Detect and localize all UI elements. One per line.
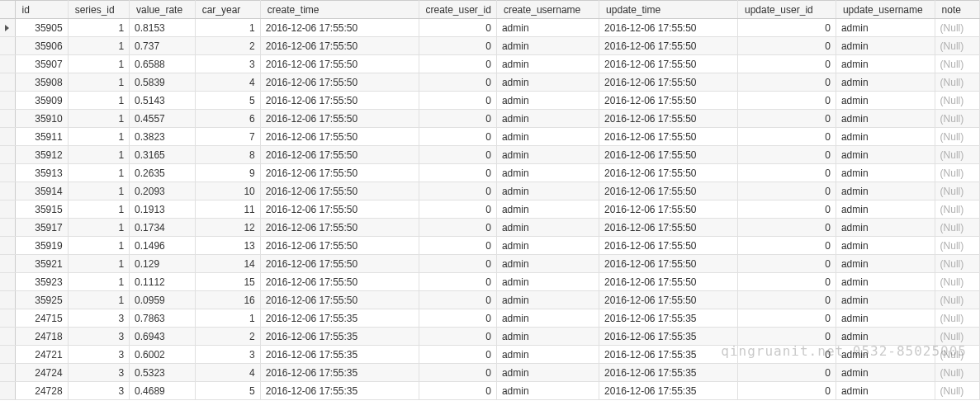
cell-car_year[interactable]: 9 [195, 164, 260, 182]
cell-car_year[interactable]: 6 [195, 110, 260, 128]
cell-value_rate[interactable]: 0.1496 [130, 237, 196, 255]
cell-series_id[interactable]: 1 [68, 128, 129, 146]
cell-update_time[interactable]: 2016-12-06 17:55:50 [599, 146, 738, 164]
cell-create_username[interactable]: admin [496, 19, 599, 37]
cell-create_time[interactable]: 2016-12-06 17:55:50 [260, 164, 419, 182]
cell-update_username[interactable]: admin [836, 328, 935, 346]
cell-value_rate[interactable]: 0.5143 [130, 92, 196, 110]
row-gutter[interactable] [0, 382, 15, 400]
cell-create_username[interactable]: admin [496, 164, 599, 182]
table-row[interactable]: 3591210.316582016-12-06 17:55:500admin20… [0, 146, 980, 164]
cell-car_year[interactable]: 11 [195, 200, 260, 219]
cell-update_username[interactable]: admin [836, 382, 935, 400]
cell-id[interactable]: 35919 [15, 237, 68, 255]
cell-value_rate[interactable]: 0.6002 [130, 346, 196, 364]
row-gutter[interactable] [0, 128, 15, 146]
cell-create_time[interactable]: 2016-12-06 17:55:50 [260, 146, 419, 164]
cell-create_username[interactable]: admin [496, 328, 599, 346]
cell-update_user_id[interactable]: 0 [737, 55, 836, 73]
cell-car_year[interactable]: 2 [195, 37, 260, 55]
cell-note[interactable]: (Null) [935, 19, 979, 37]
cell-update_time[interactable]: 2016-12-06 17:55:35 [599, 382, 738, 400]
cell-update_time[interactable]: 2016-12-06 17:55:50 [599, 37, 738, 55]
row-gutter[interactable] [0, 146, 15, 164]
cell-car_year[interactable]: 14 [195, 255, 260, 273]
cell-create_time[interactable]: 2016-12-06 17:55:50 [260, 237, 419, 255]
cell-update_username[interactable]: admin [836, 237, 935, 255]
cell-create_time[interactable]: 2016-12-06 17:55:50 [260, 19, 419, 37]
cell-car_year[interactable]: 12 [195, 219, 260, 237]
cell-car_year[interactable]: 15 [195, 273, 260, 291]
cell-update_time[interactable]: 2016-12-06 17:55:50 [599, 110, 738, 128]
cell-update_user_id[interactable]: 0 [737, 346, 836, 364]
cell-note[interactable]: (Null) [935, 146, 979, 164]
cell-create_user_id[interactable]: 0 [419, 237, 496, 255]
cell-id[interactable]: 35917 [15, 219, 68, 237]
cell-create_time[interactable]: 2016-12-06 17:55:50 [260, 273, 419, 291]
cell-update_time[interactable]: 2016-12-06 17:55:50 [599, 73, 738, 92]
cell-series_id[interactable]: 1 [68, 55, 129, 73]
cell-create_username[interactable]: admin [496, 346, 599, 364]
cell-note[interactable]: (Null) [935, 73, 979, 92]
row-gutter[interactable] [0, 273, 15, 291]
cell-id[interactable]: 35910 [15, 110, 68, 128]
cell-note[interactable]: (Null) [935, 110, 979, 128]
cell-create_user_id[interactable]: 0 [419, 182, 496, 200]
cell-series_id[interactable]: 1 [68, 110, 129, 128]
column-header-update_user_id[interactable]: update_user_id [737, 1, 836, 19]
cell-create_time[interactable]: 2016-12-06 17:55:50 [260, 291, 419, 309]
cell-update_time[interactable]: 2016-12-06 17:55:35 [599, 346, 738, 364]
cell-create_user_id[interactable]: 0 [419, 328, 496, 346]
cell-value_rate[interactable]: 0.0959 [130, 291, 196, 309]
cell-car_year[interactable]: 4 [195, 364, 260, 382]
cell-car_year[interactable]: 7 [195, 128, 260, 146]
cell-create_username[interactable]: admin [496, 37, 599, 55]
cell-create_user_id[interactable]: 0 [419, 255, 496, 273]
cell-car_year[interactable]: 1 [195, 19, 260, 37]
table-row[interactable]: 3591510.1913112016-12-06 17:55:500admin2… [0, 200, 980, 219]
cell-update_user_id[interactable]: 0 [737, 73, 836, 92]
column-header-car_year[interactable]: car_year [195, 1, 260, 19]
table-row[interactable]: 3591410.2093102016-12-06 17:55:500admin2… [0, 182, 980, 200]
table-row[interactable]: 3592110.129142016-12-06 17:55:500admin20… [0, 255, 980, 273]
cell-id[interactable]: 35914 [15, 182, 68, 200]
cell-series_id[interactable]: 1 [68, 146, 129, 164]
cell-create_user_id[interactable]: 0 [419, 219, 496, 237]
cell-update_user_id[interactable]: 0 [737, 110, 836, 128]
cell-update_time[interactable]: 2016-12-06 17:55:50 [599, 19, 738, 37]
cell-value_rate[interactable]: 0.1913 [130, 200, 196, 219]
cell-update_time[interactable]: 2016-12-06 17:55:50 [599, 273, 738, 291]
cell-create_time[interactable]: 2016-12-06 17:55:50 [260, 92, 419, 110]
row-gutter[interactable] [0, 37, 15, 55]
cell-update_username[interactable]: admin [836, 309, 935, 328]
column-header-update_username[interactable]: update_username [836, 1, 935, 19]
table-row[interactable]: 3592510.0959162016-12-06 17:55:500admin2… [0, 291, 980, 309]
cell-update_time[interactable]: 2016-12-06 17:55:50 [599, 128, 738, 146]
cell-id[interactable]: 35912 [15, 146, 68, 164]
cell-create_user_id[interactable]: 0 [419, 128, 496, 146]
cell-series_id[interactable]: 3 [68, 382, 129, 400]
cell-create_username[interactable]: admin [496, 92, 599, 110]
cell-series_id[interactable]: 1 [68, 291, 129, 309]
cell-car_year[interactable]: 13 [195, 237, 260, 255]
cell-note[interactable]: (Null) [935, 309, 979, 328]
cell-update_user_id[interactable]: 0 [737, 146, 836, 164]
cell-car_year[interactable]: 3 [195, 55, 260, 73]
column-header-create_user_id[interactable]: create_user_id [419, 1, 496, 19]
cell-id[interactable]: 35925 [15, 291, 68, 309]
cell-series_id[interactable]: 1 [68, 182, 129, 200]
cell-series_id[interactable]: 1 [68, 92, 129, 110]
cell-create_user_id[interactable]: 0 [419, 146, 496, 164]
row-gutter[interactable] [0, 237, 15, 255]
row-gutter[interactable] [0, 110, 15, 128]
cell-create_user_id[interactable]: 0 [419, 73, 496, 92]
cell-create_user_id[interactable]: 0 [419, 309, 496, 328]
cell-note[interactable]: (Null) [935, 328, 979, 346]
cell-create_time[interactable]: 2016-12-06 17:55:35 [260, 309, 419, 328]
cell-id[interactable]: 35915 [15, 200, 68, 219]
column-header-create_time[interactable]: create_time [260, 1, 419, 19]
column-header-id[interactable]: id [15, 1, 68, 19]
cell-note[interactable]: (Null) [935, 55, 979, 73]
cell-update_username[interactable]: admin [836, 200, 935, 219]
cell-create_time[interactable]: 2016-12-06 17:55:50 [260, 200, 419, 219]
